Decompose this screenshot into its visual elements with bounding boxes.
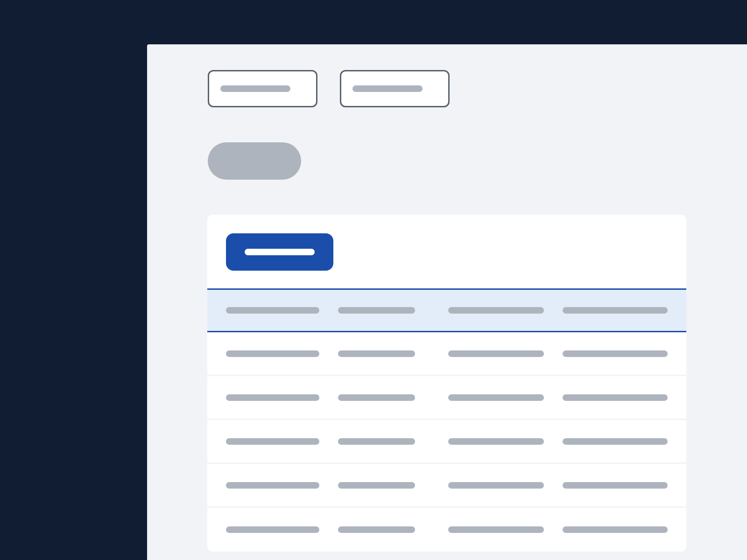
primary-button-label [245,249,315,255]
table-cell [448,394,544,401]
data-table [207,288,686,552]
filter-row [208,70,686,107]
table-cell [563,526,668,533]
content-area [147,44,747,552]
table-row[interactable] [207,508,686,552]
table-cell [448,350,544,357]
card-header [207,215,686,288]
filter-input-1[interactable] [208,70,317,107]
table-row[interactable] [207,332,686,376]
table-row[interactable] [207,420,686,464]
table-cell [226,350,319,357]
input-placeholder-bar [352,85,423,92]
tag-pill[interactable] [208,142,301,180]
table-row[interactable] [207,464,686,508]
table-cell [226,438,319,445]
table-cell [338,438,430,445]
table-cell [563,350,668,357]
table-cell [226,482,319,489]
pill-row [208,142,686,180]
table-cell [563,394,668,401]
column-header[interactable] [448,307,544,314]
table-cell [563,438,668,445]
table-cell [448,438,544,445]
table-cell [226,526,319,533]
table-cell [226,394,319,401]
column-header[interactable] [226,307,319,314]
column-header[interactable] [338,307,430,314]
table-header-row [207,288,686,332]
table-cell [448,482,544,489]
table-cell [338,482,430,489]
table-cell [338,350,430,357]
data-card [207,215,686,552]
column-header[interactable] [563,307,668,314]
table-row[interactable] [207,376,686,420]
primary-action-button[interactable] [226,233,333,271]
table-cell [448,526,544,533]
app-window [147,44,747,560]
table-cell [338,526,430,533]
filter-input-2[interactable] [340,70,450,107]
input-placeholder-bar [220,85,290,92]
table-cell [563,482,668,489]
table-cell [338,394,430,401]
